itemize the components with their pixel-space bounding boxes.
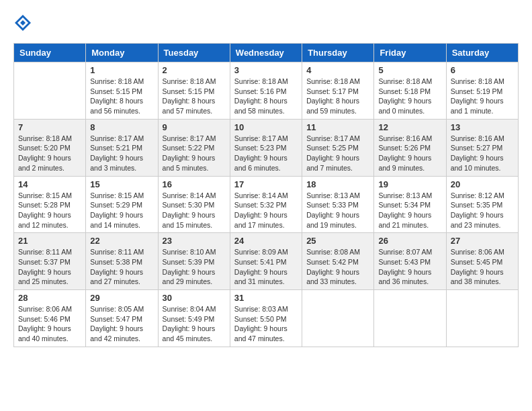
cell-week1-day2: 1Sunrise: 8:18 AMSunset: 5:15 PMDaylight…: [86, 62, 158, 120]
day-info: Sunrise: 8:11 AMSunset: 5:37 PMDaylight:…: [18, 247, 81, 287]
day-info: Sunrise: 8:10 AMSunset: 5:39 PMDaylight:…: [163, 247, 226, 287]
cell-week4-day6: 26Sunrise: 8:07 AMSunset: 5:43 PMDayligh…: [374, 233, 446, 290]
cell-week4-day3: 23Sunrise: 8:10 AMSunset: 5:39 PMDayligh…: [158, 233, 230, 290]
day-info: Sunrise: 8:18 AMSunset: 5:15 PMDaylight:…: [90, 77, 153, 116]
day-info: Sunrise: 8:09 AMSunset: 5:41 PMDaylight:…: [234, 247, 298, 287]
day-number: 15: [90, 179, 153, 189]
day-number: 31: [234, 293, 298, 303]
day-info: Sunrise: 8:06 AMSunset: 5:46 PMDaylight:…: [18, 304, 81, 344]
day-number: 25: [306, 236, 369, 246]
day-number: 2: [163, 65, 226, 75]
cell-week1-day3: 2Sunrise: 8:18 AMSunset: 5:15 PMDaylight…: [158, 62, 230, 120]
day-number: 21: [18, 236, 81, 246]
cell-week3-day1: 14Sunrise: 8:15 AMSunset: 5:28 PMDayligh…: [14, 176, 86, 233]
cell-week3-day5: 18Sunrise: 8:13 AMSunset: 5:33 PMDayligh…: [302, 176, 374, 233]
day-info: Sunrise: 8:08 AMSunset: 5:42 PMDaylight:…: [306, 247, 369, 287]
day-number: 26: [378, 236, 441, 246]
cell-week1-day7: 6Sunrise: 8:18 AMSunset: 5:19 PMDaylight…: [446, 62, 518, 120]
cell-week2-day2: 8Sunrise: 8:17 AMSunset: 5:21 PMDaylight…: [86, 119, 158, 176]
day-info: Sunrise: 8:13 AMSunset: 5:34 PMDaylight:…: [378, 191, 441, 230]
day-number: 24: [234, 236, 298, 246]
cell-week5-day1: 28Sunrise: 8:06 AMSunset: 5:46 PMDayligh…: [14, 290, 86, 347]
day-info: Sunrise: 8:17 AMSunset: 5:22 PMDaylight:…: [163, 134, 226, 173]
day-info: Sunrise: 8:06 AMSunset: 5:45 PMDaylight:…: [451, 247, 514, 287]
day-info: Sunrise: 8:15 AMSunset: 5:28 PMDaylight:…: [18, 191, 81, 230]
cell-week1-day4: 3Sunrise: 8:18 AMSunset: 5:16 PMDaylight…: [230, 62, 302, 120]
day-number: 14: [18, 179, 81, 189]
day-info: Sunrise: 8:13 AMSunset: 5:33 PMDaylight:…: [306, 191, 369, 230]
cell-week2-day1: 7Sunrise: 8:18 AMSunset: 5:20 PMDaylight…: [14, 119, 86, 176]
cell-week4-day1: 21Sunrise: 8:11 AMSunset: 5:37 PMDayligh…: [14, 233, 86, 290]
day-number: 20: [451, 179, 514, 189]
cell-week2-day5: 11Sunrise: 8:17 AMSunset: 5:25 PMDayligh…: [302, 119, 374, 176]
day-info: Sunrise: 8:16 AMSunset: 5:27 PMDaylight:…: [451, 134, 514, 173]
logo: [13, 13, 35, 32]
day-info: Sunrise: 8:17 AMSunset: 5:21 PMDaylight:…: [90, 134, 153, 173]
cell-week1-day6: 5Sunrise: 8:18 AMSunset: 5:18 PMDaylight…: [374, 62, 446, 120]
day-info: Sunrise: 8:18 AMSunset: 5:20 PMDaylight:…: [18, 134, 81, 173]
day-info: Sunrise: 8:04 AMSunset: 5:49 PMDaylight:…: [163, 304, 226, 344]
cell-week2-day6: 12Sunrise: 8:16 AMSunset: 5:26 PMDayligh…: [374, 119, 446, 176]
week-row-2: 7Sunrise: 8:18 AMSunset: 5:20 PMDaylight…: [14, 119, 519, 176]
header-monday: Monday: [86, 44, 158, 62]
header-friday: Friday: [374, 44, 446, 62]
week-row-1: 1Sunrise: 8:18 AMSunset: 5:15 PMDaylight…: [14, 62, 519, 120]
calendar-table: SundayMondayTuesdayWednesdayThursdayFrid…: [13, 43, 519, 347]
day-number: 19: [378, 179, 441, 189]
day-number: 7: [18, 122, 81, 132]
day-number: 12: [378, 122, 441, 132]
calendar-header: SundayMondayTuesdayWednesdayThursdayFrid…: [14, 44, 519, 62]
day-number: 18: [306, 179, 369, 189]
cell-week4-day7: 27Sunrise: 8:06 AMSunset: 5:45 PMDayligh…: [446, 233, 518, 290]
day-info: Sunrise: 8:14 AMSunset: 5:30 PMDaylight:…: [163, 191, 226, 230]
cell-week2-day3: 9Sunrise: 8:17 AMSunset: 5:22 PMDaylight…: [158, 119, 230, 176]
header-saturday: Saturday: [446, 44, 518, 62]
cell-week2-day4: 10Sunrise: 8:17 AMSunset: 5:23 PMDayligh…: [230, 119, 302, 176]
page-header: [13, 13, 519, 32]
header-sunday: Sunday: [14, 44, 86, 62]
day-number: 8: [90, 122, 153, 132]
day-info: Sunrise: 8:05 AMSunset: 5:47 PMDaylight:…: [90, 304, 153, 344]
day-number: 17: [234, 179, 298, 189]
day-info: Sunrise: 8:16 AMSunset: 5:26 PMDaylight:…: [378, 134, 441, 173]
calendar-body: 1Sunrise: 8:18 AMSunset: 5:15 PMDaylight…: [14, 62, 519, 347]
day-number: 11: [306, 122, 369, 132]
cell-week4-day5: 25Sunrise: 8:08 AMSunset: 5:42 PMDayligh…: [302, 233, 374, 290]
day-info: Sunrise: 8:03 AMSunset: 5:50 PMDaylight:…: [234, 304, 298, 344]
day-number: 1: [90, 65, 153, 75]
cell-week5-day4: 31Sunrise: 8:03 AMSunset: 5:50 PMDayligh…: [230, 290, 302, 347]
day-number: 4: [306, 65, 369, 75]
day-number: 30: [163, 293, 226, 303]
cell-week5-day7: [446, 290, 518, 347]
header-tuesday: Tuesday: [158, 44, 230, 62]
header-thursday: Thursday: [302, 44, 374, 62]
day-info: Sunrise: 8:14 AMSunset: 5:32 PMDaylight:…: [234, 191, 298, 230]
day-info: Sunrise: 8:17 AMSunset: 5:25 PMDaylight:…: [306, 134, 369, 173]
header-row: SundayMondayTuesdayWednesdayThursdayFrid…: [14, 44, 519, 62]
day-number: 22: [90, 236, 153, 246]
day-info: Sunrise: 8:17 AMSunset: 5:23 PMDaylight:…: [234, 134, 298, 173]
cell-week1-day5: 4Sunrise: 8:18 AMSunset: 5:17 PMDaylight…: [302, 62, 374, 120]
header-wednesday: Wednesday: [230, 44, 302, 62]
day-number: 10: [234, 122, 298, 132]
day-info: Sunrise: 8:15 AMSunset: 5:29 PMDaylight:…: [90, 191, 153, 230]
day-number: 5: [378, 65, 441, 75]
logo-icon: [13, 13, 32, 32]
day-info: Sunrise: 8:11 AMSunset: 5:38 PMDaylight:…: [90, 247, 153, 287]
week-row-3: 14Sunrise: 8:15 AMSunset: 5:28 PMDayligh…: [14, 176, 519, 233]
day-info: Sunrise: 8:18 AMSunset: 5:18 PMDaylight:…: [378, 77, 441, 116]
day-number: 23: [163, 236, 226, 246]
day-number: 6: [451, 65, 514, 75]
cell-week2-day7: 13Sunrise: 8:16 AMSunset: 5:27 PMDayligh…: [446, 119, 518, 176]
day-number: 13: [451, 122, 514, 132]
day-number: 9: [163, 122, 226, 132]
day-info: Sunrise: 8:07 AMSunset: 5:43 PMDaylight:…: [378, 247, 441, 287]
cell-week3-day6: 19Sunrise: 8:13 AMSunset: 5:34 PMDayligh…: [374, 176, 446, 233]
day-number: 28: [18, 293, 81, 303]
cell-week1-day1: [14, 62, 86, 120]
cell-week3-day4: 17Sunrise: 8:14 AMSunset: 5:32 PMDayligh…: [230, 176, 302, 233]
cell-week4-day2: 22Sunrise: 8:11 AMSunset: 5:38 PMDayligh…: [86, 233, 158, 290]
day-number: 27: [451, 236, 514, 246]
day-number: 29: [90, 293, 153, 303]
day-info: Sunrise: 8:18 AMSunset: 5:17 PMDaylight:…: [306, 77, 369, 116]
